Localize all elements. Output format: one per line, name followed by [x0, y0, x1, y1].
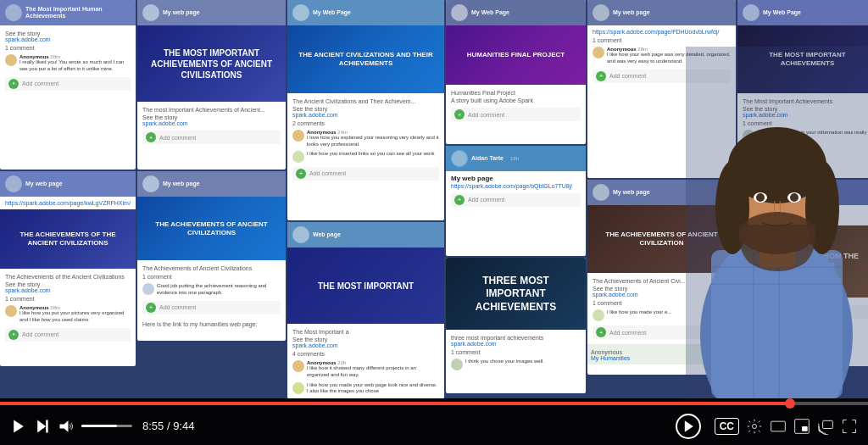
card-subtitle: The Most Important a	[292, 329, 439, 335]
svg-marker-21	[684, 420, 693, 431]
comment-text: Good job putting the achievement reasoni…	[157, 283, 281, 297]
add-comment[interactable]: + Add comment	[451, 108, 581, 121]
settings-button[interactable]	[746, 418, 763, 435]
person-svg	[686, 47, 868, 398]
card-title: The Most Important Human Achievements	[25, 6, 131, 20]
card-img-text: The Most Important	[295, 279, 437, 293]
card-3-1: My Web Page The Ancient Civilizations an…	[287, 0, 444, 220]
person-overlay	[686, 47, 868, 398]
next-button[interactable]	[34, 418, 51, 435]
svg-point-22	[753, 424, 757, 428]
card-image: The Ancient Civilizations and Their Achi…	[287, 25, 444, 93]
card-see-story: See the story	[142, 114, 281, 120]
add-comment-label: Add comment	[609, 330, 646, 336]
add-comment-label: Add comment	[468, 112, 504, 118]
svg-point-15	[790, 193, 798, 202]
comment-2: I like how you inserted links so you can…	[292, 151, 439, 163]
add-comment-label: Add comment	[159, 135, 196, 141]
card-see-story: See the story	[5, 31, 131, 36]
card-title: My web page	[163, 9, 200, 16]
card-2-2: My web page The Achievements of Ancient …	[137, 171, 286, 341]
comment-count: 1 comment	[5, 45, 131, 51]
comment: Good job putting the achievement reasoni…	[142, 283, 281, 297]
svg-marker-18	[37, 420, 46, 432]
comment: Anonymous 28m I really liked you! You wr…	[5, 54, 131, 73]
card-column-4: My Web Page Humanities Final Project Hum…	[446, 0, 586, 398]
volume-slider[interactable]	[81, 425, 132, 427]
comment-count: 1 comment	[451, 349, 581, 355]
card-link: https://spark.adobe.com/page/bQbtGLo7TU8…	[451, 183, 581, 189]
svg-rect-26	[823, 420, 833, 428]
card-3-2: Web page The Most Important The Most Imp…	[287, 222, 444, 398]
card-img-text: three most important achievements	[453, 272, 579, 315]
comment-text: I really liked you! You wrote so much an…	[19, 59, 131, 73]
card-subtitle: The Achievements of the Ancient Civiliza…	[5, 274, 131, 280]
avatar	[142, 4, 159, 21]
add-comment-icon: +	[146, 303, 156, 313]
add-comment[interactable]: + Add comment	[142, 131, 281, 144]
card2-title: My web page	[451, 175, 581, 183]
commenter-avatar	[142, 283, 154, 295]
add-comment[interactable]: + Add comment	[5, 77, 131, 91]
add-comment[interactable]: + Add comment	[292, 167, 439, 181]
card-img-text: Humanities Final Project	[453, 49, 579, 61]
card-title: My web page	[613, 9, 650, 16]
card-title: My Web Page	[471, 9, 509, 16]
svg-rect-2	[711, 250, 843, 398]
fullscreen-button[interactable]	[841, 418, 858, 435]
volume-button[interactable]	[58, 418, 75, 435]
card-subtitle: The Achievements of Ancient Civilization…	[142, 265, 281, 271]
card-link: spark.adobe.com	[451, 341, 581, 347]
progress-fill	[0, 402, 790, 405]
play-button[interactable]	[10, 418, 27, 435]
comment: Anonymous 20h I like how it showed many …	[292, 360, 439, 379]
svg-marker-20	[60, 420, 69, 431]
card-subtitle: The Ancient Civilizations and Their Achi…	[292, 98, 439, 104]
svg-rect-19	[46, 420, 47, 432]
video-player: The Most Important Human Achievements Se…	[0, 0, 868, 445]
commenter-avatar	[5, 305, 17, 317]
controls-bar: 8:55 / 9:44 CC	[0, 398, 868, 445]
add-comment-label: Add comment	[468, 197, 504, 203]
add-comment-icon: +	[454, 195, 465, 205]
cc-button[interactable]: CC	[715, 418, 739, 435]
card-subtitle: The most Important Achievements of Ancie…	[142, 107, 281, 113]
progress-handle[interactable]	[785, 398, 795, 409]
card-see-story: See the story	[292, 337, 439, 342]
card-subtitle: three most important achievements	[451, 335, 581, 341]
cast-button[interactable]	[817, 418, 834, 435]
miniplayer-button[interactable]	[793, 418, 810, 435]
comment-text-2: I like how you made your web page look n…	[307, 382, 439, 396]
card-column-1: The Most Important Human Achievements Se…	[0, 0, 136, 398]
progress-bar[interactable]	[0, 402, 868, 405]
card-image: The Most Important	[287, 248, 444, 324]
add-comment-label: Add comment	[22, 331, 58, 337]
card-image: THE MOST IMPORTANT ACHIEVEMENTS OF ANCIE…	[137, 25, 286, 102]
commenter-avatar	[292, 130, 304, 142]
card-image: The Achievements of Ancient Civilization…	[137, 197, 286, 260]
add-comment-label: Add comment	[609, 73, 646, 79]
svg-rect-23	[771, 421, 786, 431]
card-1-1: The Most Important Human Achievements Se…	[0, 0, 136, 170]
add-comment-icon: +	[146, 132, 156, 142]
add-comment-icon: +	[454, 109, 465, 120]
theater-button[interactable]	[770, 418, 787, 435]
commenter-avatar	[593, 309, 604, 321]
card-see-story: See the story	[5, 281, 131, 287]
avatar	[743, 4, 760, 21]
card-image: Humanities Final Project	[446, 25, 586, 85]
card-image: three most important achievements	[446, 258, 586, 330]
comment: Anonymous 28m I like how you put your pi…	[5, 305, 131, 324]
center-play-button[interactable]	[676, 414, 701, 439]
comment-text: I like how it showed many different proj…	[307, 365, 439, 379]
add-comment[interactable]: + Add comment	[5, 328, 131, 342]
commenter-avatar	[292, 360, 304, 372]
card-title: My web page	[25, 181, 63, 187]
card-4-3: three most important achievements three …	[446, 258, 586, 393]
card-img-text: THE MOST IMPORTANT ACHIEVEMENTS OF ANCIE…	[145, 46, 279, 82]
comment-count: 4 comments	[292, 351, 439, 357]
card-link2: spark.adobe.com	[5, 287, 131, 293]
add-comment[interactable]: + Add comment	[142, 301, 281, 314]
add-comment[interactable]: + Add comment	[451, 193, 581, 207]
comment-count: 1 comment	[5, 296, 131, 302]
